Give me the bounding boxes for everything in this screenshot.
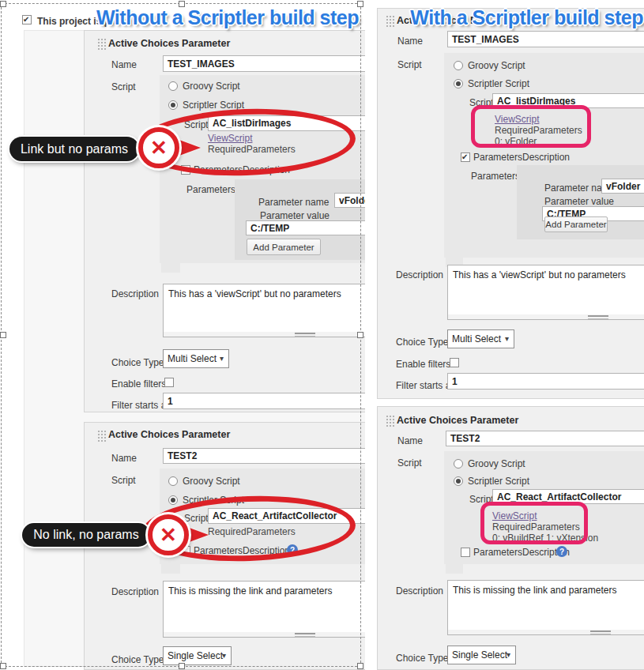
scriptler-script-radio[interactable] — [168, 100, 178, 110]
choice-type-value: Multi Select — [452, 333, 501, 344]
scriptler-script-radio[interactable] — [454, 476, 463, 486]
choice-type-select[interactable]: Multi Select ▾ — [447, 329, 514, 348]
enable-filters-checkbox[interactable] — [164, 378, 174, 387]
resize-grip[interactable] — [295, 333, 315, 337]
description-label: Description — [111, 586, 159, 597]
panel-header: Active Choices Parameter — [108, 429, 230, 440]
choice-type-value: Multi Select — [168, 353, 217, 364]
filter-starts-input[interactable]: 1 — [447, 373, 644, 390]
groovy-script-radio[interactable] — [454, 61, 463, 70]
enable-filters-checkbox[interactable] — [450, 358, 459, 367]
resize-grip[interactable] — [590, 630, 611, 634]
script-label: Script — [397, 59, 422, 70]
textarea-scrollbar[interactable] — [164, 332, 365, 337]
parameter-value-label: Parameter value — [544, 196, 614, 207]
filter-starts-label: Filter starts at — [111, 400, 169, 411]
scriptler-script-radio[interactable] — [168, 495, 178, 505]
choice-type-select[interactable]: Single Select ▾ — [447, 646, 516, 664]
drag-grip-icon[interactable] — [97, 430, 106, 442]
script-box-tab — [161, 564, 180, 574]
choice-type-select[interactable]: Multi Select ▾ — [163, 349, 229, 368]
description-label: Description — [111, 288, 159, 299]
error-x-badge: ✕ — [138, 127, 179, 168]
name-label: Name — [111, 453, 137, 464]
error-x-badge: ✕ — [148, 514, 189, 555]
choice-type-label: Choice Type — [396, 337, 449, 348]
groovy-script-label: Groovy Script — [183, 476, 240, 487]
description-textarea[interactable]: This has a 'viewScript' but no parameter… — [447, 265, 644, 320]
parameter-name-input[interactable]: vFolder — [601, 179, 644, 194]
add-parameter-button[interactable]: Add Parameter — [544, 216, 608, 232]
parameter-name-input[interactable]: vFolder — [334, 193, 365, 208]
script-box-tab — [161, 263, 180, 273]
groovy-script-label: Groovy Script — [468, 458, 525, 469]
choice-type-label: Choice Type — [396, 653, 449, 664]
parameters-description-label: ParametersDescription — [473, 547, 570, 558]
callout-bubble: Link but no params — [9, 137, 139, 161]
selection-handle[interactable] — [179, 1, 185, 7]
selection-handle[interactable] — [357, 663, 363, 669]
description-textarea[interactable]: This is missing the link and parameters — [163, 581, 365, 638]
groovy-script-radio[interactable] — [168, 476, 178, 486]
selection-handle[interactable] — [0, 332, 6, 338]
enable-filters-label: Enable filters — [111, 378, 166, 390]
chevron-down-icon: ▾ — [220, 354, 224, 363]
name-input[interactable]: TEST2 — [446, 431, 644, 446]
parameter-name-label: Parameter name — [258, 197, 329, 208]
textarea-scrollbar[interactable] — [448, 630, 644, 634]
groovy-script-radio[interactable] — [168, 81, 178, 91]
textarea-scrollbar[interactable] — [448, 314, 644, 319]
selection-handle[interactable] — [179, 663, 185, 669]
parameters-label: Parameters — [186, 184, 235, 195]
parameters-description-checkbox[interactable] — [461, 152, 470, 162]
drag-grip-icon[interactable] — [386, 415, 394, 427]
script-label: Script — [111, 81, 136, 92]
description-label: Description — [396, 269, 443, 280]
left-annotation-title: Without a Scriptler build step — [92, 6, 363, 29]
name-input[interactable]: TEST2 — [163, 448, 365, 464]
project-parameterized-checkbox[interactable] — [22, 15, 32, 24]
right-screenshot: With a Scriptler build step Active Choic… — [370, 0, 644, 670]
parameters-description-checkbox[interactable] — [461, 548, 470, 557]
add-parameter-button[interactable]: Add Parameter — [247, 239, 321, 255]
description-textarea[interactable]: This has a 'viewScript' but no parameter… — [163, 284, 365, 337]
parameters-description-label: ParametersDescription — [473, 152, 570, 163]
name-label: Name — [397, 36, 423, 47]
name-input[interactable]: TEST_IMAGES — [163, 55, 365, 72]
filter-starts-label: Filter starts at — [396, 380, 454, 391]
description-textarea[interactable]: This is missing the link and parameters — [447, 580, 644, 635]
selection-handle[interactable] — [357, 332, 363, 338]
active-choices-panel-1: Active Choices Parameter Name TEST_IMAGE… — [84, 30, 365, 412]
choice-type-label: Choice Type — [111, 357, 164, 368]
name-input[interactable]: TEST_IMAGES — [447, 31, 644, 47]
groovy-script-label: Groovy Script — [468, 60, 525, 71]
scriptler-script-label: Scriptler Script — [468, 476, 529, 487]
choice-type-select[interactable]: Single Select ▾ — [163, 646, 232, 665]
right-annotation-title: With a Scriptler build step — [410, 6, 643, 29]
pink-highlight-box — [480, 502, 588, 544]
selection-handle[interactable] — [0, 1, 6, 7]
chevron-down-icon: ▾ — [507, 650, 510, 659]
chevron-down-icon: ▾ — [222, 651, 226, 660]
textarea-scrollbar[interactable] — [164, 632, 365, 637]
drag-grip-icon[interactable] — [386, 15, 394, 27]
resize-grip[interactable] — [295, 633, 315, 637]
filter-starts-input[interactable]: 1 — [163, 393, 365, 409]
selection-handle[interactable] — [357, 1, 363, 7]
selection-handle[interactable] — [0, 663, 6, 669]
parameter-value-input[interactable]: C:/TEMP — [246, 220, 365, 235]
callout-bubble: No link, no params — [22, 523, 150, 547]
groovy-script-radio[interactable] — [454, 459, 463, 469]
choice-type-value: Single Select — [452, 649, 507, 661]
script-label: Script — [111, 475, 136, 486]
scriptler-script-radio[interactable] — [454, 79, 463, 88]
resize-grip[interactable] — [588, 315, 608, 319]
drag-grip-icon[interactable] — [97, 38, 106, 50]
name-label: Name — [111, 59, 137, 70]
parameter-value-label: Parameter value — [260, 210, 330, 221]
panel-header: Active Choices Parameter — [397, 415, 518, 426]
x-icon: ✕ — [160, 525, 177, 545]
left-screenshot: Without a Scriptler build step This proj… — [0, 0, 365, 670]
help-icon[interactable]: ? — [556, 546, 567, 557]
pink-highlight-box — [471, 105, 591, 148]
